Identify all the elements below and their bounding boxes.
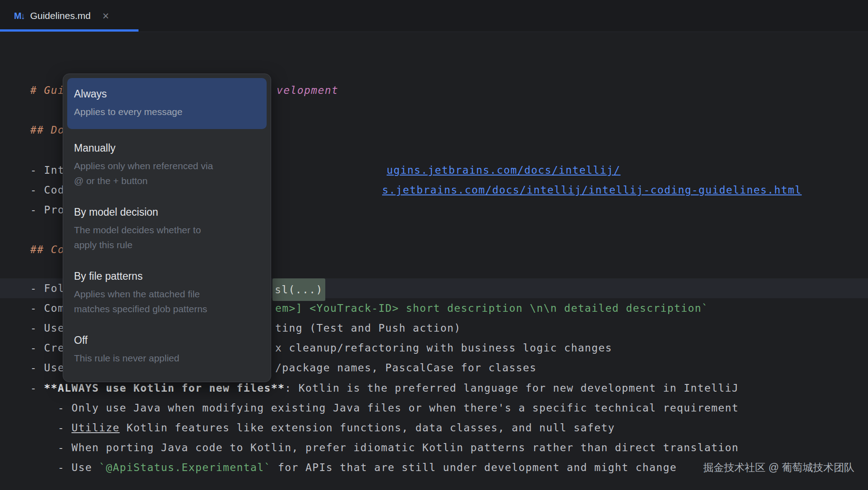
- editor-text-segment: - Pro: [30, 204, 65, 216]
- editor-text-segment: - Com: [30, 302, 65, 314]
- editor-text-segment: - Only use Java when modifying existing …: [30, 402, 739, 414]
- editor-text-segment: **ALWAYS use Kotlin for new files**: [44, 382, 285, 394]
- dropdown-option-title: Always: [74, 87, 267, 101]
- editor-text-segment: Kotlin features like extension functions…: [120, 422, 615, 434]
- editor-tab-bar: M↓ Guidelines.md ×: [0, 0, 868, 32]
- editor-link[interactable]: ugins.jetbrains.com/docs/intellij/: [387, 160, 620, 180]
- dropdown-option-description: Applies to every message: [74, 104, 267, 119]
- editor-text-segment: ## Do: [30, 124, 65, 136]
- editor-text-segment: ## Co: [30, 244, 65, 255]
- dropdown-option-description: The model decides whether to apply this …: [74, 222, 267, 252]
- editor-text-segment: - Use: [30, 462, 99, 473]
- dropdown-option-by-file-patterns[interactable]: By file patternsApplies when the attache…: [67, 269, 267, 316]
- active-tab-indicator: [0, 29, 139, 32]
- apply-toolbar: Apply: Always: [0, 32, 868, 78]
- editor-text-segment: em>] <YouTrack-ID> short description \n\…: [275, 298, 709, 318]
- dropdown-option-off[interactable]: OffThis rule is never applied: [67, 333, 267, 365]
- editor-text-segment: # Gui: [30, 84, 65, 96]
- dropdown-option-title: Manually: [74, 141, 267, 155]
- editor-text-segment: Utilize: [71, 422, 120, 434]
- editor-text-segment: - Cod: [30, 184, 65, 196]
- dropdown-option-description: This rule is never applied: [74, 351, 267, 365]
- editor-text-segment: /package names, PascalCase for classes: [275, 358, 536, 378]
- editor-line: - Only use Java when modifying existing …: [0, 398, 868, 418]
- dropdown-option-title: Off: [74, 333, 267, 347]
- tab-close-icon[interactable]: ×: [102, 10, 109, 22]
- editor-text-segment: - Int: [30, 164, 65, 176]
- dropdown-option-description: Applies when the attached file matches s…: [74, 287, 267, 316]
- editor-text-segment: `@ApiStatus.Experimental`: [99, 462, 271, 473]
- editor-line: - Utilize Kotlin features like extension…: [0, 418, 868, 438]
- editor-text-segment: - Use: [30, 362, 65, 374]
- dropdown-option-by-model-decision[interactable]: By model decisionThe model decides wheth…: [67, 205, 267, 252]
- dropdown-option-title: By model decision: [74, 205, 267, 219]
- tab-guidelines-md[interactable]: M↓ Guidelines.md ×: [0, 0, 121, 32]
- selected-code-highlight: sl(...): [272, 278, 325, 301]
- dropdown-option-description: Applies only when referenced via @ or th…: [74, 158, 267, 188]
- editor-text-segment: ting (Test and Push action): [275, 318, 461, 338]
- editor-text-segment: - Use: [30, 322, 65, 334]
- editor-text-segment: - Cre: [30, 342, 65, 354]
- tab-title: Guidelines.md: [30, 10, 91, 21]
- markdown-file-icon: M↓: [14, 11, 24, 21]
- editor-text-segment: velopment: [277, 80, 338, 100]
- editor-text-segment: - When porting Java code to Kotlin, pref…: [30, 442, 739, 453]
- editor-link[interactable]: s.jetbrains.com/docs/intellij/intellij-c…: [382, 180, 802, 200]
- dropdown-option-always[interactable]: AlwaysApplies to every message: [67, 78, 267, 129]
- editor-text-segment: : Kotlin is the preferred language for n…: [285, 382, 739, 394]
- editor-text-segment: -: [30, 382, 44, 394]
- apply-dropdown-menu: AlwaysApplies to every messageManuallyAp…: [63, 74, 271, 382]
- editor-text-segment: for APIs that are still under developmen…: [271, 462, 677, 473]
- dropdown-option-manually[interactable]: ManuallyApplies only when referenced via…: [67, 141, 267, 188]
- watermark-text: 掘金技术社区 @ 葡萄城技术团队: [703, 461, 854, 475]
- dropdown-option-title: By file patterns: [74, 269, 267, 283]
- editor-text-segment: x cleanup/refactoring with business logi…: [275, 338, 612, 358]
- editor-text-segment: - Fol: [30, 282, 65, 294]
- editor-text-segment: -: [30, 422, 71, 434]
- editor-line: - When porting Java code to Kotlin, pref…: [0, 438, 868, 458]
